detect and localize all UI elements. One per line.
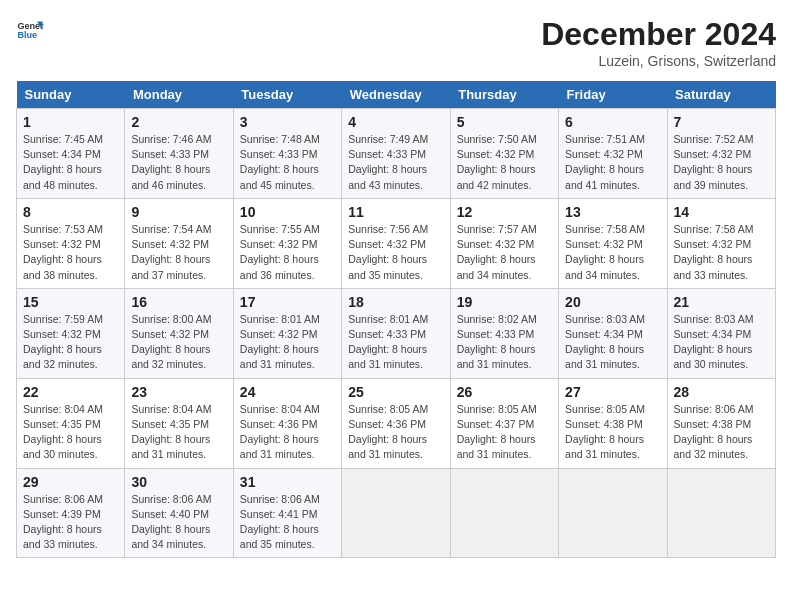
day-number: 25	[348, 384, 443, 400]
location: Luzein, Grisons, Switzerland	[541, 53, 776, 69]
svg-text:Blue: Blue	[17, 30, 37, 40]
calendar-cell: 10 Sunrise: 7:55 AMSunset: 4:32 PMDaylig…	[233, 198, 341, 288]
day-number: 2	[131, 114, 226, 130]
day-info: Sunrise: 7:59 AMSunset: 4:32 PMDaylight:…	[23, 312, 118, 373]
day-number: 19	[457, 294, 552, 310]
calendar-cell: 4 Sunrise: 7:49 AMSunset: 4:33 PMDayligh…	[342, 109, 450, 199]
day-number: 29	[23, 474, 118, 490]
calendar-cell: 18 Sunrise: 8:01 AMSunset: 4:33 PMDaylig…	[342, 288, 450, 378]
calendar-cell	[450, 468, 558, 558]
day-number: 17	[240, 294, 335, 310]
logo-icon: General Blue	[16, 16, 44, 44]
day-number: 27	[565, 384, 660, 400]
calendar-cell: 16 Sunrise: 8:00 AMSunset: 4:32 PMDaylig…	[125, 288, 233, 378]
calendar-cell: 28 Sunrise: 8:06 AMSunset: 4:38 PMDaylig…	[667, 378, 775, 468]
day-info: Sunrise: 8:00 AMSunset: 4:32 PMDaylight:…	[131, 312, 226, 373]
month-title: December 2024	[541, 16, 776, 53]
calendar-week-5: 29 Sunrise: 8:06 AMSunset: 4:39 PMDaylig…	[17, 468, 776, 558]
day-number: 6	[565, 114, 660, 130]
calendar-cell: 14 Sunrise: 7:58 AMSunset: 4:32 PMDaylig…	[667, 198, 775, 288]
day-number: 1	[23, 114, 118, 130]
day-number: 16	[131, 294, 226, 310]
col-header-thursday: Thursday	[450, 81, 558, 109]
day-info: Sunrise: 8:06 AMSunset: 4:40 PMDaylight:…	[131, 492, 226, 553]
calendar-cell: 2 Sunrise: 7:46 AMSunset: 4:33 PMDayligh…	[125, 109, 233, 199]
calendar-cell: 27 Sunrise: 8:05 AMSunset: 4:38 PMDaylig…	[559, 378, 667, 468]
calendar-cell: 8 Sunrise: 7:53 AMSunset: 4:32 PMDayligh…	[17, 198, 125, 288]
col-header-tuesday: Tuesday	[233, 81, 341, 109]
calendar-cell: 12 Sunrise: 7:57 AMSunset: 4:32 PMDaylig…	[450, 198, 558, 288]
day-info: Sunrise: 7:58 AMSunset: 4:32 PMDaylight:…	[565, 222, 660, 283]
day-number: 14	[674, 204, 769, 220]
calendar-cell: 31 Sunrise: 8:06 AMSunset: 4:41 PMDaylig…	[233, 468, 341, 558]
day-number: 12	[457, 204, 552, 220]
day-number: 24	[240, 384, 335, 400]
calendar-week-2: 8 Sunrise: 7:53 AMSunset: 4:32 PMDayligh…	[17, 198, 776, 288]
calendar-cell: 24 Sunrise: 8:04 AMSunset: 4:36 PMDaylig…	[233, 378, 341, 468]
calendar-cell: 25 Sunrise: 8:05 AMSunset: 4:36 PMDaylig…	[342, 378, 450, 468]
calendar-cell	[342, 468, 450, 558]
day-info: Sunrise: 7:52 AMSunset: 4:32 PMDaylight:…	[674, 132, 769, 193]
calendar-cell: 9 Sunrise: 7:54 AMSunset: 4:32 PMDayligh…	[125, 198, 233, 288]
day-info: Sunrise: 8:05 AMSunset: 4:38 PMDaylight:…	[565, 402, 660, 463]
day-info: Sunrise: 7:58 AMSunset: 4:32 PMDaylight:…	[674, 222, 769, 283]
calendar-header-row: SundayMondayTuesdayWednesdayThursdayFrid…	[17, 81, 776, 109]
day-info: Sunrise: 8:04 AMSunset: 4:35 PMDaylight:…	[131, 402, 226, 463]
day-number: 8	[23, 204, 118, 220]
day-info: Sunrise: 7:48 AMSunset: 4:33 PMDaylight:…	[240, 132, 335, 193]
day-number: 28	[674, 384, 769, 400]
day-number: 7	[674, 114, 769, 130]
calendar-cell: 6 Sunrise: 7:51 AMSunset: 4:32 PMDayligh…	[559, 109, 667, 199]
calendar-week-4: 22 Sunrise: 8:04 AMSunset: 4:35 PMDaylig…	[17, 378, 776, 468]
calendar-cell: 23 Sunrise: 8:04 AMSunset: 4:35 PMDaylig…	[125, 378, 233, 468]
day-info: Sunrise: 8:03 AMSunset: 4:34 PMDaylight:…	[565, 312, 660, 373]
day-number: 15	[23, 294, 118, 310]
day-info: Sunrise: 8:06 AMSunset: 4:41 PMDaylight:…	[240, 492, 335, 553]
day-number: 22	[23, 384, 118, 400]
day-info: Sunrise: 7:46 AMSunset: 4:33 PMDaylight:…	[131, 132, 226, 193]
col-header-friday: Friday	[559, 81, 667, 109]
day-number: 11	[348, 204, 443, 220]
day-info: Sunrise: 7:57 AMSunset: 4:32 PMDaylight:…	[457, 222, 552, 283]
day-info: Sunrise: 8:05 AMSunset: 4:37 PMDaylight:…	[457, 402, 552, 463]
calendar-cell: 1 Sunrise: 7:45 AMSunset: 4:34 PMDayligh…	[17, 109, 125, 199]
calendar-cell: 11 Sunrise: 7:56 AMSunset: 4:32 PMDaylig…	[342, 198, 450, 288]
day-info: Sunrise: 7:53 AMSunset: 4:32 PMDaylight:…	[23, 222, 118, 283]
day-info: Sunrise: 8:02 AMSunset: 4:33 PMDaylight:…	[457, 312, 552, 373]
day-number: 30	[131, 474, 226, 490]
calendar-cell: 26 Sunrise: 8:05 AMSunset: 4:37 PMDaylig…	[450, 378, 558, 468]
day-info: Sunrise: 7:51 AMSunset: 4:32 PMDaylight:…	[565, 132, 660, 193]
title-block: December 2024 Luzein, Grisons, Switzerla…	[541, 16, 776, 69]
day-number: 4	[348, 114, 443, 130]
calendar-cell: 7 Sunrise: 7:52 AMSunset: 4:32 PMDayligh…	[667, 109, 775, 199]
day-number: 18	[348, 294, 443, 310]
calendar-cell: 13 Sunrise: 7:58 AMSunset: 4:32 PMDaylig…	[559, 198, 667, 288]
day-info: Sunrise: 7:56 AMSunset: 4:32 PMDaylight:…	[348, 222, 443, 283]
day-info: Sunrise: 7:54 AMSunset: 4:32 PMDaylight:…	[131, 222, 226, 283]
col-header-wednesday: Wednesday	[342, 81, 450, 109]
day-info: Sunrise: 7:55 AMSunset: 4:32 PMDaylight:…	[240, 222, 335, 283]
calendar-cell: 15 Sunrise: 7:59 AMSunset: 4:32 PMDaylig…	[17, 288, 125, 378]
col-header-saturday: Saturday	[667, 81, 775, 109]
calendar-cell: 30 Sunrise: 8:06 AMSunset: 4:40 PMDaylig…	[125, 468, 233, 558]
calendar-cell	[667, 468, 775, 558]
day-number: 26	[457, 384, 552, 400]
day-info: Sunrise: 8:01 AMSunset: 4:33 PMDaylight:…	[348, 312, 443, 373]
day-info: Sunrise: 8:06 AMSunset: 4:38 PMDaylight:…	[674, 402, 769, 463]
calendar-cell: 3 Sunrise: 7:48 AMSunset: 4:33 PMDayligh…	[233, 109, 341, 199]
day-number: 9	[131, 204, 226, 220]
day-info: Sunrise: 8:04 AMSunset: 4:36 PMDaylight:…	[240, 402, 335, 463]
logo: General Blue	[16, 16, 44, 44]
page-header: General Blue December 2024 Luzein, Griso…	[16, 16, 776, 69]
calendar-cell: 21 Sunrise: 8:03 AMSunset: 4:34 PMDaylig…	[667, 288, 775, 378]
day-info: Sunrise: 8:03 AMSunset: 4:34 PMDaylight:…	[674, 312, 769, 373]
calendar-cell: 22 Sunrise: 8:04 AMSunset: 4:35 PMDaylig…	[17, 378, 125, 468]
calendar-week-3: 15 Sunrise: 7:59 AMSunset: 4:32 PMDaylig…	[17, 288, 776, 378]
day-number: 3	[240, 114, 335, 130]
day-number: 10	[240, 204, 335, 220]
day-info: Sunrise: 7:49 AMSunset: 4:33 PMDaylight:…	[348, 132, 443, 193]
col-header-sunday: Sunday	[17, 81, 125, 109]
day-number: 13	[565, 204, 660, 220]
day-info: Sunrise: 8:06 AMSunset: 4:39 PMDaylight:…	[23, 492, 118, 553]
day-number: 23	[131, 384, 226, 400]
